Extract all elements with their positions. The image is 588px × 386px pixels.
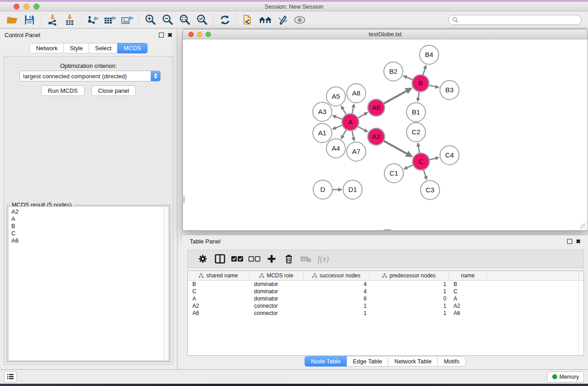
graph-node-A[interactable]: A (342, 114, 359, 131)
resize-grip[interactable] (580, 224, 586, 229)
float-table-panel-icon[interactable] (567, 239, 572, 244)
cell-name[interactable]: A6 (449, 310, 487, 316)
search-field[interactable] (448, 15, 582, 25)
graph-node-C3[interactable]: C3 (421, 181, 440, 200)
graph-node-A1[interactable]: A1 (313, 124, 332, 143)
column-header-predecessor-nodes[interactable]: predecessor nodes (369, 271, 449, 280)
table-row[interactable]: A2connector11A2 (188, 302, 583, 310)
zoom-fit-button[interactable] (176, 13, 193, 27)
hide-annotations-button[interactable] (274, 13, 291, 27)
mcds-result-item[interactable]: B (11, 223, 166, 230)
graph-node-A4[interactable]: A4 (326, 139, 345, 158)
tab-network-table[interactable]: Network Table (388, 356, 438, 367)
cell-name[interactable]: A (449, 295, 487, 302)
tab-edge-table[interactable]: Edge Table (346, 356, 388, 367)
cell-successor-nodes[interactable]: 4 (304, 281, 369, 287)
deselect-all-button[interactable] (246, 251, 263, 267)
show-hide-button[interactable] (291, 13, 308, 27)
zoom-selected-button[interactable] (193, 13, 210, 27)
home-first-neighbors-button[interactable] (257, 13, 274, 27)
close-panel-button[interactable]: Close panel (91, 86, 136, 96)
close-panel-icon[interactable]: ✖ (167, 33, 172, 38)
zoom-in-button[interactable] (142, 13, 159, 27)
tab-node-table[interactable]: Node Table (305, 356, 347, 367)
save-session-button[interactable] (21, 13, 38, 27)
import-network-button[interactable] (44, 13, 61, 27)
tab-network[interactable]: Network (29, 43, 64, 53)
add-column-button[interactable] (263, 251, 280, 267)
tab-style[interactable]: Style (63, 43, 89, 53)
cell-predecessor-nodes[interactable]: 1 (369, 303, 449, 309)
run-mcds-button[interactable]: Run MCDS (41, 86, 85, 96)
cell-predecessor-nodes[interactable]: 1 (369, 288, 449, 295)
cell-predecessor-nodes[interactable]: 0 (369, 295, 449, 302)
cell-shared-name[interactable]: A6 (188, 310, 249, 316)
function-builder-button[interactable]: f(x) (315, 251, 332, 267)
table-row[interactable]: Bdominator41B (188, 281, 583, 288)
delete-column-button[interactable] (280, 251, 297, 267)
graph-node-A7[interactable]: A7 (347, 142, 366, 161)
graph-node-B[interactable]: B (412, 75, 429, 92)
cell-name[interactable]: C (449, 288, 487, 295)
cell-name[interactable]: B (449, 281, 487, 287)
graph-node-A5[interactable]: A5 (326, 87, 345, 106)
zoom-out-button[interactable] (159, 13, 176, 27)
network-graph[interactable]: B4B2BB3A8A5A6A3B1AC2A1A2A4A7C4CC1C3DD1 (183, 40, 587, 230)
select-all-button[interactable] (229, 251, 246, 267)
graph-node-A8[interactable]: A8 (347, 84, 366, 103)
table-row[interactable]: Adominator80A (188, 295, 583, 302)
mcds-result-item[interactable]: C (11, 230, 166, 237)
delete-table-button[interactable] (297, 251, 315, 267)
refresh-button[interactable] (216, 13, 234, 27)
import-table-button[interactable] (61, 13, 78, 27)
tab-select[interactable]: Select (89, 43, 118, 53)
cell-MCDS-role[interactable]: connector (249, 310, 304, 316)
graph-node-B4[interactable]: B4 (420, 45, 439, 64)
network-window-titlebar[interactable]: testGlobe.txt (183, 29, 588, 39)
mcds-result-item[interactable]: A (11, 215, 166, 223)
open-session-button[interactable] (4, 13, 21, 27)
task-history-button[interactable] (4, 372, 17, 382)
graph-node-C[interactable]: C (413, 153, 430, 170)
graph-node-A3[interactable]: A3 (313, 102, 332, 121)
table-row[interactable]: Cdominator41C (188, 288, 583, 295)
new-network-button[interactable] (239, 13, 257, 27)
column-header-shared-name[interactable]: shared name (188, 271, 249, 280)
float-panel-icon[interactable] (159, 33, 164, 38)
graph-node-B3[interactable]: B3 (440, 81, 459, 100)
cell-shared-name[interactable]: A2 (188, 303, 249, 309)
cell-MCDS-role[interactable]: dominator (249, 295, 304, 302)
graph-node-C4[interactable]: C4 (440, 146, 459, 165)
cell-successor-nodes[interactable]: 1 (304, 310, 369, 316)
export-image-button[interactable] (119, 13, 136, 27)
search-input[interactable] (460, 17, 578, 23)
column-header-successor-nodes[interactable]: successor nodes (304, 271, 369, 280)
graph-node-D1[interactable]: D1 (343, 180, 362, 199)
cell-shared-name[interactable]: A (188, 295, 249, 302)
close-table-panel-icon[interactable]: ✖ (576, 239, 581, 244)
table-row[interactable]: A6connector11A6 (188, 310, 583, 317)
graph-node-A6[interactable]: A6 (368, 100, 385, 116)
cell-successor-nodes[interactable]: 8 (304, 295, 369, 302)
mcds-result-item[interactable]: A2 (11, 208, 166, 215)
cell-MCDS-role[interactable]: connector (249, 303, 304, 309)
mcds-result-list[interactable]: A2ABCA6 (8, 206, 169, 361)
mcds-result-item[interactable]: A6 (11, 237, 166, 244)
cell-successor-nodes[interactable]: 4 (304, 288, 369, 295)
column-header-name[interactable]: name (449, 271, 487, 280)
graph-node-C2[interactable]: C2 (406, 123, 425, 142)
cell-shared-name[interactable]: B (188, 281, 249, 287)
cell-successor-nodes[interactable]: 1 (304, 303, 369, 309)
graph-node-B2[interactable]: B2 (384, 62, 403, 81)
graph-node-B1[interactable]: B1 (406, 103, 425, 122)
graph-node-C1[interactable]: C1 (384, 164, 403, 183)
cell-MCDS-role[interactable]: dominator (249, 281, 304, 287)
column-header-MCDS-role[interactable]: MCDS role (249, 271, 304, 280)
optimization-criterion-select[interactable]: largest connected component (directed) (19, 71, 161, 81)
export-network-button[interactable] (84, 13, 101, 27)
graph-node-D[interactable]: D (313, 180, 332, 199)
network-canvas[interactable]: B4B2BB3A8A5A6A3B1AC2A1A2A4A7C4CC1C3DD1 (183, 40, 587, 230)
horizontal-scroll-indicator[interactable] (384, 229, 391, 230)
tab-mcds[interactable]: MCDS (117, 43, 147, 53)
scrollbar-track[interactable] (163, 207, 168, 360)
